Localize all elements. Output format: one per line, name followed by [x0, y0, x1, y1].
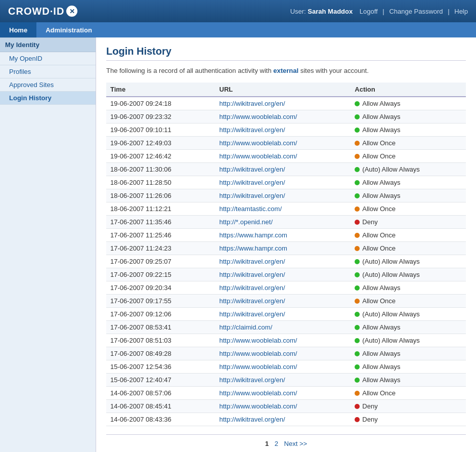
cell-action: (Auto) Allow Always [351, 268, 466, 281]
cell-time: 17-06-2007 09:22:15 [106, 268, 215, 281]
status-dot [355, 101, 360, 106]
action-label: Deny [362, 218, 377, 226]
url-link[interactable]: http://wikitravel.org/en/ [220, 271, 285, 278]
nav-administration[interactable]: Administration [36, 22, 101, 37]
table-row: 19-06-2007 12:49:03http://www.wooblelab.… [106, 137, 466, 150]
url-link[interactable]: http://wikitravel.org/en/ [220, 297, 285, 305]
url-link[interactable]: http://wikitravel.org/en/ [220, 310, 285, 318]
url-link[interactable]: http://www.wooblelab.com/ [220, 337, 297, 344]
description: The following is a record of all authent… [106, 67, 466, 74]
next-next-link[interactable]: Next >> [284, 440, 308, 447]
table-row: 17-06-2007 09:20:34http://wikitravel.org… [106, 281, 466, 295]
cell-time: 17-06-2007 11:24:23 [106, 242, 215, 255]
table-row: 19-06-2007 09:24:18http://wikitravel.org… [106, 97, 466, 110]
url-link[interactable]: http://www.wooblelab.com/ [220, 402, 297, 410]
cell-time: 17-06-2007 08:53:41 [106, 321, 215, 334]
action-label: Allow Once [362, 244, 396, 252]
cell-action: Allow Always [351, 281, 466, 295]
layout: My Identity My OpenID Profiles Approved … [0, 37, 476, 452]
action-label: Allow Always [362, 363, 400, 371]
logo: CROWD·ID ✕ [8, 6, 77, 17]
url-link[interactable]: http://wikitravel.org/en/ [220, 416, 285, 423]
table-row: 14-06-2007 08:43:36http://wikitravel.org… [106, 413, 466, 426]
action-label: Allow Always [362, 376, 400, 384]
url-link[interactable]: http://wikitravel.org/en/ [220, 192, 285, 199]
pagination: 1 2 Next >> [106, 434, 466, 452]
cell-action: Allow Always [351, 321, 466, 334]
cell-action: Deny [351, 400, 466, 413]
action-label: Allow Once [362, 389, 396, 397]
status-dot [355, 312, 360, 317]
cell-time: 17-06-2007 11:35:46 [106, 216, 215, 229]
url-link[interactable]: https://www.hampr.com [220, 231, 287, 239]
action-label: Allow Once [362, 152, 396, 160]
url-link[interactable]: http://claimid.com/ [220, 323, 273, 331]
cell-time: 17-06-2007 09:25:07 [106, 255, 215, 268]
status-dot [355, 246, 360, 251]
url-link[interactable]: http://wikitravel.org/en/ [220, 376, 285, 384]
url-link[interactable]: http://www.wooblelab.com/ [220, 363, 297, 371]
url-link[interactable]: http://www.wooblelab.com/ [220, 389, 297, 397]
status-dot [355, 207, 360, 212]
url-link[interactable]: http://wikitravel.org/en/ [220, 166, 285, 173]
cell-url: http://wikitravel.org/en/ [215, 189, 351, 202]
action-label: (Auto) Allow Always [362, 166, 419, 173]
cell-action: Allow Always [351, 347, 466, 360]
url-link[interactable]: http://www.wooblelab.com/ [220, 139, 297, 147]
col-time: Time [106, 83, 215, 97]
table-row: 18-06-2007 11:12:21http://teamtastic.com… [106, 202, 466, 216]
logoff-link[interactable]: Logoff [360, 8, 378, 15]
url-link[interactable]: http://*.openid.net/ [220, 218, 273, 226]
cell-action: Allow Once [351, 295, 466, 308]
page-2-link[interactable]: 2 [275, 440, 278, 447]
col-action: Action [351, 83, 466, 97]
cell-url: http://claimid.com/ [215, 321, 351, 334]
cell-time: 19-06-2007 12:49:03 [106, 137, 215, 150]
cell-action: (Auto) Allow Always [351, 334, 466, 347]
sidebar-item-myopenid[interactable]: My OpenID [0, 52, 96, 65]
help-link[interactable]: Help [454, 8, 468, 15]
url-link[interactable]: http://www.wooblelab.com/ [220, 152, 297, 160]
cell-time: 17-06-2007 09:17:55 [106, 295, 215, 308]
cell-url: http://wikitravel.org/en/ [215, 268, 351, 281]
action-label: Allow Always [362, 323, 400, 331]
cell-action: Allow Once [351, 150, 466, 163]
url-link[interactable]: http://www.wooblelab.com/ [220, 350, 297, 357]
change-password-link[interactable]: Change Password [389, 8, 443, 15]
action-label: Allow Once [362, 205, 396, 213]
url-link[interactable]: http://teamtastic.com/ [220, 205, 282, 213]
nav-home[interactable]: Home [0, 22, 36, 37]
sidebar-item-login-history[interactable]: Login History [0, 92, 96, 105]
action-label: Allow Always [362, 100, 400, 107]
sidebar-item-profiles[interactable]: Profiles [0, 65, 96, 78]
url-link[interactable]: https://www.hampr.com [220, 244, 287, 252]
action-label: (Auto) Allow Always [362, 258, 419, 265]
url-link[interactable]: http://wikitravel.org/en/ [220, 126, 285, 134]
action-label: Allow Always [362, 179, 400, 186]
cell-action: Allow Once [351, 387, 466, 400]
cell-action: Allow Once [351, 137, 466, 150]
table-row: 19-06-2007 12:46:42http://www.wooblelab.… [106, 150, 466, 163]
url-link[interactable]: http://wikitravel.org/en/ [220, 258, 285, 265]
action-label: Allow Always [362, 113, 400, 120]
url-link[interactable]: http://wikitravel.org/en/ [220, 100, 285, 107]
table-row: 17-06-2007 08:51:03http://www.wooblelab.… [106, 334, 466, 347]
cell-time: 17-06-2007 08:49:28 [106, 347, 215, 360]
sidebar-item-approved-sites[interactable]: Approved Sites [0, 78, 96, 92]
cell-url: http://www.wooblelab.com/ [215, 110, 351, 124]
status-dot [355, 114, 360, 119]
url-link[interactable]: http://wikitravel.org/en/ [220, 284, 285, 292]
cell-time: 19-06-2007 09:24:18 [106, 97, 215, 110]
table-row: 17-06-2007 08:49:28http://www.wooblelab.… [106, 347, 466, 360]
url-link[interactable]: http://www.wooblelab.com/ [220, 113, 297, 120]
action-label: Deny [362, 416, 377, 423]
cell-url: http://wikitravel.org/en/ [215, 308, 351, 321]
status-dot [355, 272, 360, 277]
cell-time: 17-06-2007 09:12:06 [106, 308, 215, 321]
url-link[interactable]: http://wikitravel.org/en/ [220, 179, 285, 186]
cell-time: 18-06-2007 11:12:21 [106, 202, 215, 216]
status-dot [355, 338, 360, 343]
cell-url: http://wikitravel.org/en/ [215, 163, 351, 176]
history-table: Time URL Action 19-06-2007 09:24:18http:… [106, 83, 466, 426]
table-row: 15-06-2007 12:40:47http://wikitravel.org… [106, 374, 466, 387]
